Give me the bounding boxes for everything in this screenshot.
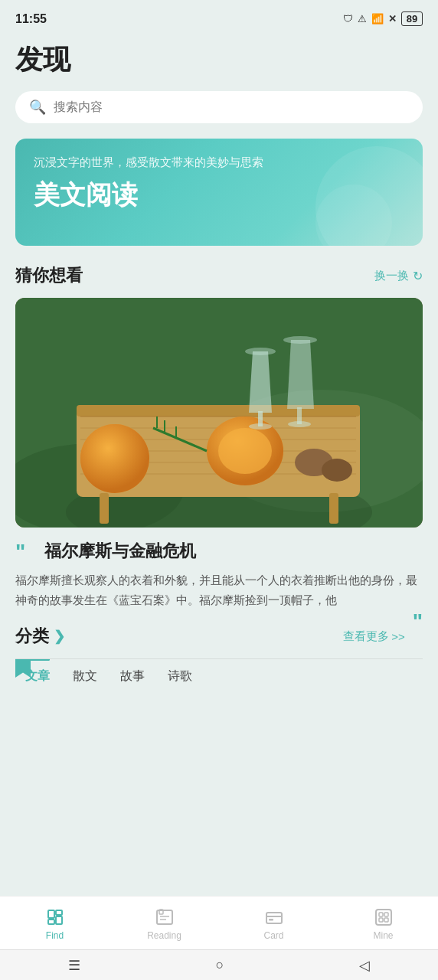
categories-more-label: 查看更多 xyxy=(343,629,389,644)
svg-rect-47 xyxy=(379,918,383,922)
category-tab-prose[interactable]: 散文 xyxy=(73,668,97,684)
categories-tabs: 文章 散文 故事 诗歌 xyxy=(15,658,423,684)
svg-rect-44 xyxy=(376,910,391,925)
system-nav: ☰ ○ ◁ xyxy=(0,949,438,980)
svg-rect-43 xyxy=(269,919,273,921)
svg-rect-12 xyxy=(100,493,109,524)
svg-rect-45 xyxy=(379,913,383,916)
search-input[interactable] xyxy=(54,100,409,114)
main-content: 发现 🔍 沉浸文字的世界，感受散文带来的美妙与思索 美文阅读 猜你想看 换一换 … xyxy=(0,41,438,788)
nav-card[interactable]: Card xyxy=(219,907,328,941)
system-menu-btn[interactable]: ☰ xyxy=(68,957,80,974)
svg-point-15 xyxy=(80,424,149,493)
svg-point-22 xyxy=(245,348,276,355)
category-tab-poetry[interactable]: 诗歌 xyxy=(168,668,192,684)
categories-header: 分类 ❯ 查看更多 >> xyxy=(15,625,405,648)
quote-right-icon: " xyxy=(413,611,423,632)
banner[interactable]: 沉浸文字的世界，感受散文带来的美妙与思索 美文阅读 xyxy=(15,139,423,246)
status-icons: 🛡 ⚠ 📶 ✕ 89 xyxy=(343,11,423,26)
svg-rect-41 xyxy=(266,913,282,923)
svg-point-18 xyxy=(218,428,272,474)
svg-marker-23 xyxy=(287,340,314,409)
nav-reading-label: Reading xyxy=(147,930,181,941)
category-tab-story[interactable]: 故事 xyxy=(120,668,145,684)
mine-icon xyxy=(374,907,394,927)
search-icon: 🔍 xyxy=(29,99,46,116)
guess-section-header: 猜你想看 换一换 ↻ xyxy=(15,264,423,287)
status-time: 11:55 xyxy=(15,12,47,26)
signal-x-icon: ✕ xyxy=(388,13,397,24)
nav-mine[interactable]: Mine xyxy=(328,907,438,941)
svg-rect-48 xyxy=(384,918,388,922)
svg-rect-13 xyxy=(329,493,338,524)
battery-level: 89 xyxy=(401,11,423,26)
categories-more-arrow: >> xyxy=(391,630,405,643)
nav-find[interactable]: Find xyxy=(0,907,110,941)
categories-arrow-icon: ❯ xyxy=(54,628,65,645)
svg-rect-5 xyxy=(77,405,360,416)
categories-section: 分类 ❯ 查看更多 >> 文章 散文 故事 诗歌 xyxy=(15,625,423,684)
svg-rect-36 xyxy=(48,920,54,924)
article-body: 福尔摩斯擅长观察人的衣着和外貌，并且能从一个人的衣着推断出他的身份，最神奇的故事… xyxy=(15,570,423,609)
bottom-nav: Find Reading Card Mine xyxy=(0,896,438,949)
bookmark-icon xyxy=(15,658,31,678)
search-bar[interactable]: 🔍 xyxy=(15,91,423,123)
quote-left-icon: " xyxy=(15,541,25,563)
svg-point-25 xyxy=(288,421,311,427)
find-icon xyxy=(45,907,65,927)
nav-find-label: Find xyxy=(46,930,64,941)
guess-section-title: 猜你想看 xyxy=(15,264,83,287)
svg-point-32 xyxy=(322,459,352,482)
article-text-section[interactable]: " 福尔摩斯与金融危机 福尔摩斯擅长观察人的衣着和外貌，并且能从一个人的衣着推断… xyxy=(15,540,423,609)
system-home-btn[interactable]: ○ xyxy=(216,957,224,973)
refresh-action[interactable]: 换一换 ↻ xyxy=(374,269,423,283)
svg-point-21 xyxy=(249,423,272,430)
article-image[interactable] xyxy=(15,298,423,528)
svg-rect-35 xyxy=(56,916,62,924)
categories-more[interactable]: 查看更多 >> xyxy=(343,629,405,644)
system-back-btn[interactable]: ◁ xyxy=(359,957,370,974)
reading-icon xyxy=(155,907,175,927)
svg-rect-46 xyxy=(384,913,388,916)
svg-rect-34 xyxy=(56,910,62,915)
warning-icon: ⚠ xyxy=(358,13,367,24)
categories-title: 分类 xyxy=(15,625,49,648)
refresh-label: 换一换 xyxy=(374,269,409,283)
page-title: 发现 xyxy=(15,41,423,79)
svg-point-26 xyxy=(283,336,317,344)
nav-reading[interactable]: Reading xyxy=(110,907,219,941)
nav-card-label: Card xyxy=(263,930,283,941)
refresh-icon: ↻ xyxy=(413,269,423,283)
svg-marker-19 xyxy=(249,351,272,413)
categories-title-wrap: 分类 ❯ xyxy=(15,625,65,648)
bottom-spacer xyxy=(15,684,423,773)
nav-mine-label: Mine xyxy=(373,930,393,941)
category-tab-article[interactable]: 文章 xyxy=(15,668,50,684)
status-bar: 11:55 🛡 ⚠ 📶 ✕ 89 xyxy=(0,0,438,34)
article-heading: 福尔摩斯与金融危机 xyxy=(44,540,423,563)
card-icon xyxy=(264,907,284,927)
shield-icon: 🛡 xyxy=(343,13,353,24)
wifi-icon: 📶 xyxy=(371,13,384,24)
svg-rect-33 xyxy=(48,910,54,918)
